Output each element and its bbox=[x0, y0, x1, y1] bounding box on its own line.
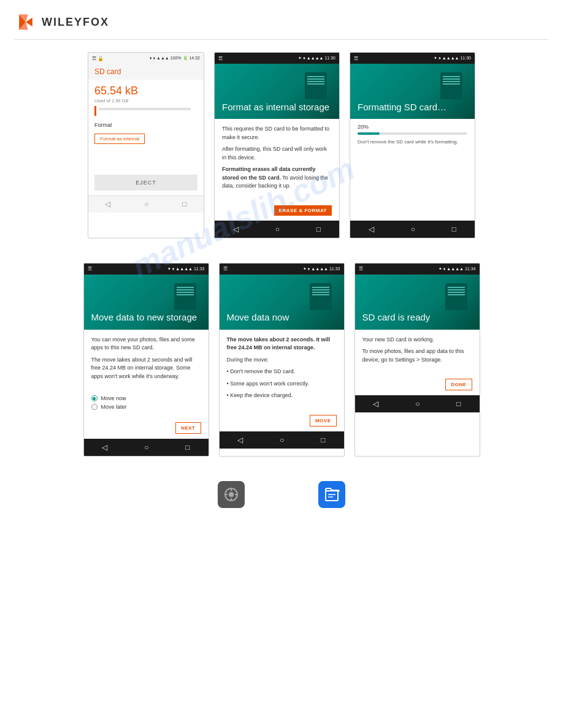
svg-point-5 bbox=[229, 492, 234, 497]
status-left-3: ☰ bbox=[354, 56, 358, 61]
home-icon: ○ bbox=[144, 200, 148, 208]
usage-bar bbox=[99, 108, 191, 110]
move-now-p1: The move takes about 2 seconds. It will … bbox=[227, 336, 337, 352]
formatting-title: Formatting SD card… bbox=[358, 101, 467, 113]
status-left-5: ☰ bbox=[223, 266, 228, 271]
status-bar-4: ☰ ✦ ♦ ▲▲▲▲ 11:33 bbox=[84, 264, 209, 275]
screen-sd-ready: ☰ ✦ ♦ ▲▲▲▲ 11:34 SD card is ready Your n… bbox=[354, 263, 480, 457]
radio-move-now-label: Move now bbox=[101, 395, 126, 401]
sd-card-icon-2 bbox=[305, 72, 327, 99]
status-bar-5: ☰ ✦ ♦ ▲▲▲▲ 11:33 bbox=[220, 264, 344, 275]
radio-move-later-label: Move later bbox=[101, 404, 127, 410]
ready-p2: To move photos, files and app data to th… bbox=[362, 347, 472, 364]
screen-sd-card: ☰ 🔒 ♦ ♦ ▲▲▲ 100% 🔋 14:32 SD card 65.54 k… bbox=[88, 52, 204, 238]
svg-rect-10 bbox=[326, 491, 338, 501]
status-time-5: ✦ ♦ ▲▲▲▲ 11:33 bbox=[303, 267, 340, 271]
sd-card-icon-container-6 bbox=[443, 281, 470, 313]
move-p1: You can move your photos, files and some… bbox=[91, 336, 201, 352]
screenshots-row-1: ☰ 🔒 ♦ ♦ ▲▲▲ 100% 🔋 14:32 SD card 65.54 k… bbox=[49, 52, 514, 238]
teal-header-6: SD card is ready bbox=[355, 275, 480, 330]
back-icon-6: ◁ bbox=[373, 400, 378, 408]
status-icons-1: ☰ 🔒 bbox=[92, 56, 104, 61]
sd-card-icon-5 bbox=[310, 283, 332, 310]
teal-header-4: Move data to new storage bbox=[84, 275, 209, 330]
radio-move-now-circle[interactable] bbox=[91, 395, 98, 401]
move-now-p1-bold: The move takes about 2 seconds. It will … bbox=[227, 336, 331, 351]
eject-button[interactable]: EJECT bbox=[94, 175, 197, 191]
brand-name: WILEYFOX bbox=[42, 16, 109, 29]
logo-container: WILEYFOX bbox=[15, 11, 109, 33]
back-icon-2: ◁ bbox=[233, 225, 239, 233]
status-icons-2: ☰ bbox=[218, 56, 223, 61]
format-as-internal-button[interactable]: Format as internal bbox=[94, 134, 145, 144]
next-button[interactable]: NEXT bbox=[175, 422, 201, 434]
move-now-title: Move data now bbox=[227, 311, 337, 324]
recents-icon-6: □ bbox=[456, 400, 461, 408]
fox-logo-icon bbox=[15, 11, 37, 33]
format-actions: ERASE & FORMAT bbox=[215, 200, 339, 221]
format-p3: Formatting erases all data currently sto… bbox=[222, 165, 332, 191]
ready-p1: Your new SD card is working. bbox=[362, 336, 472, 344]
status-icons-5: ☰ bbox=[223, 266, 228, 271]
home-icon-3: ○ bbox=[411, 225, 415, 233]
progress-bar-fill bbox=[358, 132, 380, 135]
progress-note: Don't remove the SD card while it's form… bbox=[358, 138, 467, 145]
format-internal-title: Format as internal storage bbox=[222, 101, 332, 113]
nav-bar-5: ◁ ○ □ bbox=[220, 431, 344, 449]
recents-icon-5: □ bbox=[321, 436, 325, 444]
file-manager-icon[interactable] bbox=[318, 481, 345, 508]
recents-icon: □ bbox=[182, 200, 186, 208]
back-icon-4: ◁ bbox=[102, 443, 107, 452]
sd-card-icon-container-5 bbox=[307, 281, 334, 313]
status-bar-3: ☰ ✦ ♦ ▲▲▲▲ 11:30 bbox=[350, 53, 475, 64]
home-icon-5: ○ bbox=[280, 436, 284, 444]
back-icon-5: ◁ bbox=[237, 436, 243, 444]
format-p2: After formatting, this SD card will only… bbox=[222, 145, 332, 162]
screen-formatting: ☰ ✦ ♦ ▲▲▲▲ 11:30 Formatting SD card… 20%… bbox=[350, 52, 475, 238]
status-right-1: ♦ ♦ ▲▲▲ 100% 🔋 14:32 bbox=[150, 56, 200, 61]
back-icon-3: ◁ bbox=[369, 225, 374, 233]
bottom-icons-row bbox=[49, 481, 514, 508]
move-now-bullet3: • Keep the device charged. bbox=[227, 392, 337, 400]
home-icon-4: ○ bbox=[144, 443, 148, 452]
teal-header-2: Format as internal storage bbox=[215, 64, 339, 119]
home-icon-2: ○ bbox=[275, 225, 280, 233]
status-time-4: ✦ ♦ ▲▲▲▲ 11:33 bbox=[167, 267, 205, 271]
status-right-6: ✦ ♦ ▲▲▲▲ 11:34 bbox=[439, 267, 476, 271]
status-time-2: ✦ ♦ ▲▲▲▲ 11:30 bbox=[298, 56, 335, 61]
screen-move-data: ☰ ✦ ♦ ▲▲▲▲ 11:33 Move data to new storag… bbox=[83, 263, 209, 457]
status-icons-3: ☰ bbox=[354, 56, 358, 61]
teal-header-5: Move data now bbox=[220, 275, 344, 330]
move-data-actions: NEXT bbox=[84, 417, 209, 439]
move-p2: The move takes about 2 seconds and will … bbox=[91, 356, 201, 381]
status-bar-1: ☰ 🔒 ♦ ♦ ▲▲▲ 100% 🔋 14:32 bbox=[88, 53, 204, 64]
screenshots-row-2: ☰ ✦ ♦ ▲▲▲▲ 11:33 Move data to new storag… bbox=[49, 263, 514, 457]
teal-header-3: Formatting SD card… bbox=[350, 64, 475, 119]
svg-marker-3 bbox=[26, 18, 33, 26]
screen-move-now: ☰ ✦ ♦ ▲▲▲▲ 11:33 Move data now The move … bbox=[219, 263, 345, 457]
status-time-6: ✦ ♦ ▲▲▲▲ 11:34 bbox=[439, 267, 476, 271]
recents-icon-4: □ bbox=[185, 443, 190, 452]
header: WILEYFOX bbox=[0, 0, 563, 39]
nav-bar-4: ◁ ○ □ bbox=[84, 439, 209, 456]
move-button[interactable]: MOVE bbox=[310, 415, 337, 427]
erase-format-button[interactable]: ERASE & FORMAT bbox=[274, 205, 332, 216]
main-content: manualslib.com ☰ 🔒 ♦ ♦ ▲▲▲ 100% 🔋 14:32 … bbox=[0, 40, 563, 520]
format-p1: This requires the SD card to be formatte… bbox=[222, 125, 332, 142]
sd-card-icon-4 bbox=[174, 283, 196, 310]
nav-bar-3: ◁ ○ □ bbox=[350, 221, 475, 238]
nav-bar-2: ◁ ○ □ bbox=[215, 221, 339, 238]
sd-card-header: SD card bbox=[88, 64, 204, 80]
progress-section: 20% Don't remove the SD card while it's … bbox=[350, 119, 475, 150]
progress-pct: 20% bbox=[358, 124, 467, 130]
recents-icon-2: □ bbox=[316, 225, 321, 233]
ready-actions: DONE bbox=[355, 374, 480, 395]
move-now-content: The move takes about 2 seconds. It will … bbox=[220, 330, 344, 410]
move-data-title: Move data to new storage bbox=[91, 311, 201, 324]
settings-storage-svg bbox=[223, 486, 240, 503]
done-button[interactable]: DONE bbox=[445, 379, 472, 390]
recents-icon-3: □ bbox=[452, 225, 456, 233]
settings-storage-icon[interactable] bbox=[218, 481, 245, 508]
ready-content: Your new SD card is working. To move pho… bbox=[355, 330, 480, 374]
radio-move-later-circle[interactable] bbox=[91, 404, 98, 410]
